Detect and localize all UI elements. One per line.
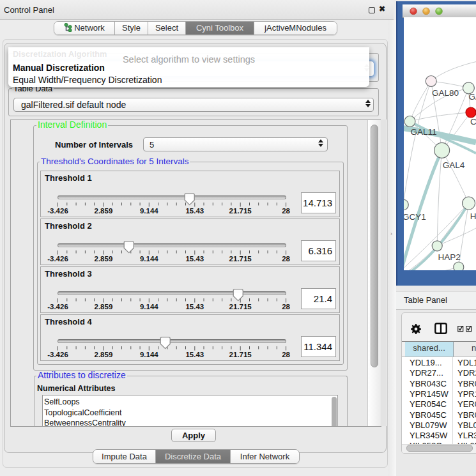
svg-text:GCY1: GCY1 (404, 212, 426, 222)
svg-text:GAL11: GAL11 (410, 127, 436, 137)
svg-text:GAL: GAL (468, 92, 476, 102)
svg-text:GAL4: GAL4 (443, 160, 465, 170)
svg-text:H: H (470, 211, 476, 221)
svg-text:HAP2: HAP2 (438, 252, 461, 262)
svg-text:CY: CY (470, 117, 476, 127)
svg-text:GAL80: GAL80 (432, 88, 459, 98)
